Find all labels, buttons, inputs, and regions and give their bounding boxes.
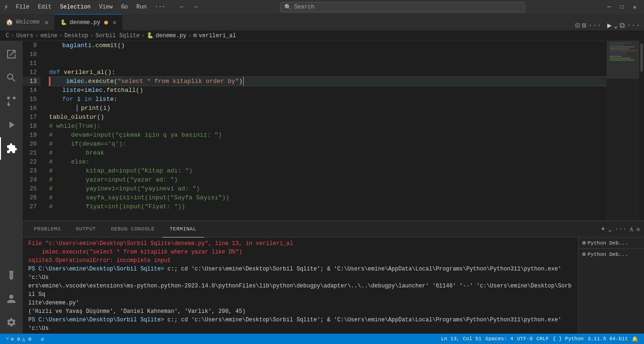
breadcrumb-users[interactable]: Users (16, 33, 33, 39)
code-editor[interactable]: 9 10 11 12 13 14 15 16 17 18 19 20 21 22… (23, 41, 644, 221)
menu-go[interactable]: Go (117, 3, 132, 11)
split-terminal-button[interactable]: ⌄ (608, 225, 611, 233)
encoding-label: UTF-8 (517, 336, 533, 342)
debug-label-2: Python Deb... (587, 252, 628, 257)
editor-scrollbar[interactable] (639, 41, 644, 221)
run-dropdown-button[interactable]: ⌄ (614, 22, 618, 30)
deneme-tab-close[interactable]: ✕ (113, 18, 116, 26)
panel: PROBLEMS OUTPUT DEBUG CONSOLE TERMINAL +… (23, 221, 644, 334)
panel-minimize-button[interactable]: ∧ (629, 225, 633, 233)
menu-run[interactable]: Run (132, 3, 150, 11)
problems-label: PROBLEMS (34, 226, 61, 232)
menu-more[interactable]: ··· (151, 3, 169, 11)
scrollbar-thumb[interactable] (640, 43, 643, 72)
python-version-label: 3.11.5 64-bit (587, 336, 628, 342)
status-spaces[interactable]: Spaces: 4 (483, 336, 515, 342)
code-line-13: imlec.execute("select * from kitaplik or… (49, 77, 606, 86)
panel-tab-problems[interactable]: PROBLEMS (26, 221, 68, 238)
debug-label-1: Python Deb... (587, 240, 628, 246)
breadcrumb-sorbil[interactable]: Sorbil Sqlite (95, 33, 140, 39)
menu-edit[interactable]: Edit (34, 3, 55, 11)
panel-tab-output[interactable]: OUTPUT (68, 221, 104, 238)
tab-bar: 🏠 Welcome ✕ 🐍 deneme.py ✕ ⊡ ⊞ ··· ▶ ⌄ ⧉ … (0, 14, 644, 31)
deneme-tab-label: deneme.py (70, 19, 100, 26)
activity-explorer[interactable] (0, 43, 23, 66)
menu-view[interactable]: View (95, 3, 116, 11)
menu-selection[interactable]: Selection (56, 3, 94, 11)
code-line-24: # yazar=input("yazar ad: ") (49, 175, 606, 184)
breadcrumb-emine[interactable]: emine (41, 33, 58, 39)
maximize-button[interactable]: □ (617, 3, 627, 12)
line-num-15: 15 (23, 95, 41, 104)
terminal[interactable]: File "c:\Users\emine\Desktop\Sorbil Sqli… (23, 238, 578, 334)
debug-item-1[interactable]: ⚙ Python Deb... (578, 238, 644, 249)
split-editor-button[interactable]: ⊡ (575, 21, 580, 30)
search-box[interactable]: 🔍 Search (280, 2, 525, 12)
nav-forward-button[interactable]: → (190, 3, 201, 11)
code-line-23: # kitap_ad=input("Kitap adı: ") (49, 166, 606, 175)
breadcrumb-desktop[interactable]: Desktop (65, 33, 88, 39)
breadcrumb-function-icon: ⊡ (193, 32, 197, 39)
breadcrumb-function[interactable]: verileri_al (199, 33, 236, 39)
menu-file[interactable]: File (12, 3, 33, 11)
breadcrumb-c[interactable]: C (6, 33, 9, 39)
breadcrumb-file-icon: 🐍 (147, 32, 154, 39)
terminal-line-6: PS C:\Users\emine\Desktop\Sorbil Sqlite>… (28, 316, 572, 333)
vscode-icon: ⚡ (4, 2, 8, 12)
status-position[interactable]: Ln 13, Col 51 (439, 336, 483, 342)
line-num-9: 9 (23, 41, 41, 50)
breadcrumb-sep-6: › (188, 33, 191, 39)
line-num-27: 27 (23, 202, 41, 211)
nav-back-button[interactable]: ← (177, 3, 188, 11)
line-num-22: 22 (23, 157, 41, 166)
activity-run[interactable] (0, 114, 23, 136)
activity-test[interactable] (0, 264, 23, 287)
panel-close-button[interactable]: ✕ (636, 225, 640, 233)
activity-account[interactable] (0, 287, 23, 310)
close-button[interactable]: ✕ (629, 3, 640, 12)
code-line-14: liste=imlec.fetchall() (49, 86, 606, 95)
breadcrumb-sep-5: › (141, 33, 145, 39)
status-language[interactable]: { } Python (551, 336, 586, 342)
activity-source-control[interactable] (0, 90, 23, 113)
minimize-button[interactable]: ─ (603, 3, 614, 12)
line-num-25: 25 (23, 184, 41, 193)
minimap (606, 41, 644, 221)
tab-welcome[interactable]: 🏠 Welcome ✕ (0, 14, 55, 30)
status-sync[interactable]: ↺ (39, 336, 46, 342)
code-line-21: # break (49, 148, 606, 157)
search-area: 🔍 Search (205, 2, 600, 12)
new-terminal-button[interactable]: + (601, 225, 605, 233)
panel-tab-terminal[interactable]: TERMINAL (162, 221, 204, 238)
code-line-18: # while(True): (49, 122, 606, 131)
terminal-line-5: ('Hızlı ve Yavaş Düşünme', 'Daniel Kahne… (28, 307, 572, 316)
run-button[interactable]: ▶ (607, 21, 612, 30)
line-num-19: 19 (23, 131, 41, 139)
status-warnings: △ 0 (22, 336, 32, 342)
status-python-version[interactable]: 3.11.5 64-bit (586, 336, 630, 342)
welcome-tab-close[interactable]: ✕ (44, 18, 48, 26)
breadcrumb-sep-2: › (35, 33, 38, 39)
status-notifications[interactable]: 🔔 (630, 336, 640, 342)
editor-more-button[interactable]: ··· (627, 21, 640, 30)
code-content[interactable]: baglanti.commit() def verileri_al(): iml… (45, 41, 606, 221)
debug-item-2[interactable]: ⚙ Python Deb... (578, 249, 644, 260)
activity-search[interactable] (0, 66, 23, 89)
minimap-content (607, 41, 644, 221)
terminal-prompt-2: PS C:\Users\emine\Desktop\Sorbil Sqlite> (28, 317, 164, 323)
status-encoding[interactable]: UTF-8 (515, 336, 535, 342)
terminal-prompt-1: PS C:\Users\emine\Desktop\Sorbil Sqlite> (28, 266, 164, 272)
more-actions-button[interactable]: ··· (588, 21, 602, 30)
code-line-9: baglanti.commit() (49, 41, 606, 50)
split-view-button[interactable]: ⧉ (619, 21, 625, 30)
status-branch[interactable]: ⑂ ⊘ 0 △ 0 (4, 336, 33, 342)
panel-more-button[interactable]: ··· (615, 225, 627, 233)
layout-button[interactable]: ⊞ (582, 21, 586, 30)
terminal-line-4c: lite\deneme.py' (28, 299, 572, 307)
tab-deneme[interactable]: 🐍 deneme.py ✕ (55, 14, 123, 30)
breadcrumb-filename[interactable]: deneme.py (156, 33, 186, 39)
panel-tab-debug-console[interactable]: DEBUG CONSOLE (103, 221, 162, 238)
status-eol[interactable]: CRLF (535, 336, 551, 342)
activity-settings[interactable] (0, 311, 23, 334)
activity-extensions[interactable] (0, 137, 23, 160)
